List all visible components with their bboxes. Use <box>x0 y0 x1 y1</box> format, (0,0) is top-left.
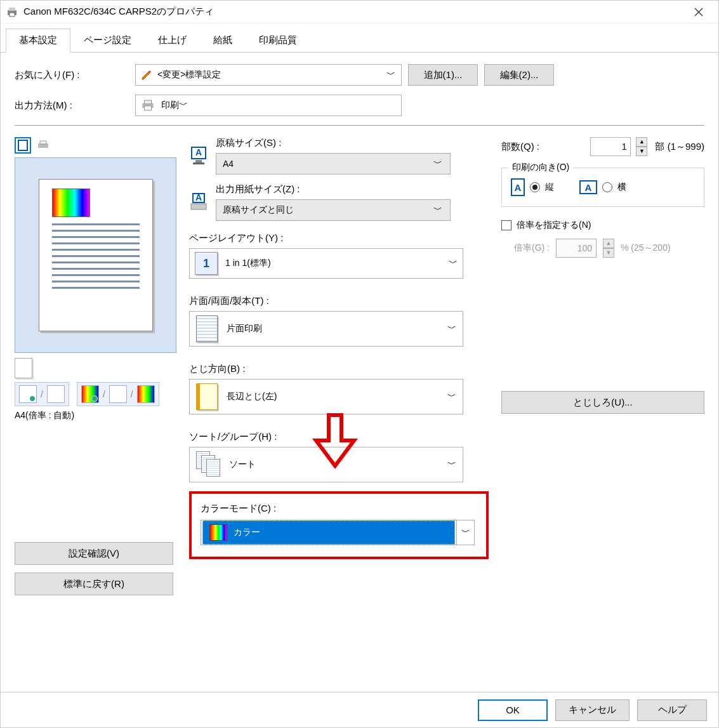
single-side-icon <box>196 315 218 342</box>
reset-defaults-button[interactable]: 標準に戻す(R) <box>15 572 173 595</box>
binding-select[interactable]: 長辺とじ(左) ﹀ <box>189 379 463 414</box>
tab-finish[interactable]: 仕上げ <box>145 29 200 52</box>
chevron-down-icon: ﹀ <box>433 204 444 216</box>
printer-page-icon: A <box>189 192 208 213</box>
preview-color-group[interactable]: // <box>77 382 159 406</box>
monitor-icon: A <box>189 146 208 166</box>
output-label: 出力方法(M) : <box>15 100 129 112</box>
svg-rect-6 <box>18 140 27 150</box>
gutter-button[interactable]: とじしろ(U)... <box>501 391 704 414</box>
help-button[interactable]: ヘルプ <box>637 699 707 721</box>
scale-down-button: ▼ <box>603 248 614 258</box>
output-select[interactable]: 印刷 ﹀ <box>135 95 402 116</box>
svg-rect-15 <box>191 204 206 209</box>
copies-up-button[interactable]: ▲ <box>636 137 647 147</box>
chevron-down-icon: ﹀ <box>179 100 188 111</box>
favorites-select[interactable]: <変更>標準設定 ﹀ <box>135 64 402 86</box>
scale-check-label: 倍率を指定する(N) <box>517 220 591 231</box>
orientation-legend: 印刷の向き(O) <box>508 162 573 173</box>
scale-label: 倍率(G) : <box>514 242 550 254</box>
preview-mode-printer-icon[interactable] <box>35 137 51 154</box>
svg-rect-12 <box>193 162 204 164</box>
orientation-landscape-radio[interactable] <box>602 182 612 192</box>
copies-down-button[interactable]: ▼ <box>636 147 647 156</box>
original-size-select[interactable]: A4 ﹀ <box>216 153 451 175</box>
svg-text:A: A <box>195 192 202 202</box>
tab-bar: 基本設定 ページ設定 仕上げ 給紙 印刷品質 <box>1 23 718 53</box>
close-button[interactable] <box>684 2 713 22</box>
svg-rect-1 <box>9 8 15 11</box>
duplex-label: 片面/両面/製本(T) : <box>189 295 489 307</box>
color-mode-highlight: カラーモード(C) : カラー ﹀ <box>189 491 489 559</box>
svg-rect-2 <box>10 13 15 17</box>
tab-feed[interactable]: 給紙 <box>200 29 246 52</box>
scale-unit: % (25～200) <box>621 242 671 254</box>
copies-input[interactable] <box>590 137 631 156</box>
window-title: Canon MF632C/634C CARPS2のプロパティ <box>23 6 684 18</box>
favorites-add-button[interactable]: 追加(1)... <box>408 64 478 86</box>
confirm-settings-button[interactable]: 設定確認(V) <box>15 542 173 565</box>
output-size-select[interactable]: 原稿サイズと同じ ﹀ <box>216 199 451 221</box>
chevron-down-icon: ﹀ <box>447 391 456 402</box>
chevron-down-icon: ﹀ <box>447 323 456 334</box>
orientation-portrait-radio[interactable] <box>530 182 540 192</box>
favorites-label: お気に入り(F) : <box>15 69 129 81</box>
copies-unit: 部 (1～999) <box>655 141 704 153</box>
tab-page[interactable]: ページ設定 <box>70 29 145 52</box>
layout-select[interactable]: 1 1 in 1(標準) ﹀ <box>189 248 463 279</box>
scale-up-button: ▲ <box>603 239 614 248</box>
landscape-icon: A <box>579 180 597 194</box>
chevron-down-icon: ﹀ <box>449 258 458 269</box>
scale-checkbox[interactable] <box>501 220 511 230</box>
favorites-value: <変更>標準設定 <box>157 69 386 81</box>
preview-caption: A4(倍率 : 自動) <box>15 410 176 421</box>
layout-1in1-icon: 1 <box>195 252 218 275</box>
svg-rect-8 <box>40 141 46 144</box>
color-swatch-icon <box>209 524 227 541</box>
copies-label: 部数(Q) : <box>501 141 585 153</box>
cancel-button[interactable]: キャンセル <box>555 699 630 721</box>
svg-rect-4 <box>145 100 152 103</box>
duplex-select[interactable]: 片面印刷 ﹀ <box>189 311 463 347</box>
pencil-icon <box>141 69 152 81</box>
chevron-down-icon: ﹀ <box>386 69 396 81</box>
ok-button[interactable]: OK <box>478 699 548 721</box>
preview-mode-page-icon[interactable] <box>15 137 31 154</box>
original-size-label: 原稿サイズ(S) : <box>216 137 489 149</box>
print-icon <box>141 99 155 112</box>
favorites-edit-button[interactable]: 編集(2)... <box>484 64 554 86</box>
printer-icon <box>6 6 18 18</box>
svg-rect-11 <box>195 160 202 162</box>
output-size-label: 出力用紙サイズ(Z) : <box>216 183 489 195</box>
chevron-down-icon: ﹀ <box>433 158 444 169</box>
color-mode-select[interactable]: カラー ﹀ <box>201 520 475 545</box>
preview-duplex-group[interactable]: / <box>15 382 69 406</box>
chevron-down-icon: ﹀ <box>456 520 474 545</box>
svg-text:A: A <box>195 147 202 157</box>
chevron-down-icon: ﹀ <box>447 459 456 470</box>
layout-label: ページレイアウト(Y) : <box>189 232 489 244</box>
color-mode-label: カラーモード(C) : <box>201 503 477 515</box>
binding-label: とじ方向(B) : <box>189 363 489 375</box>
sort-icon <box>196 451 220 478</box>
bind-left-icon <box>196 383 218 410</box>
scale-input <box>556 239 597 258</box>
portrait-icon: A <box>511 178 525 196</box>
preview-pane <box>15 157 176 353</box>
tab-quality[interactable]: 印刷品質 <box>246 29 310 52</box>
tab-basic[interactable]: 基本設定 <box>6 29 70 53</box>
preview-stack-icon <box>15 358 176 378</box>
output-value: 印刷 <box>161 100 179 111</box>
svg-rect-5 <box>145 106 152 110</box>
annotation-arrow-icon <box>310 412 360 469</box>
